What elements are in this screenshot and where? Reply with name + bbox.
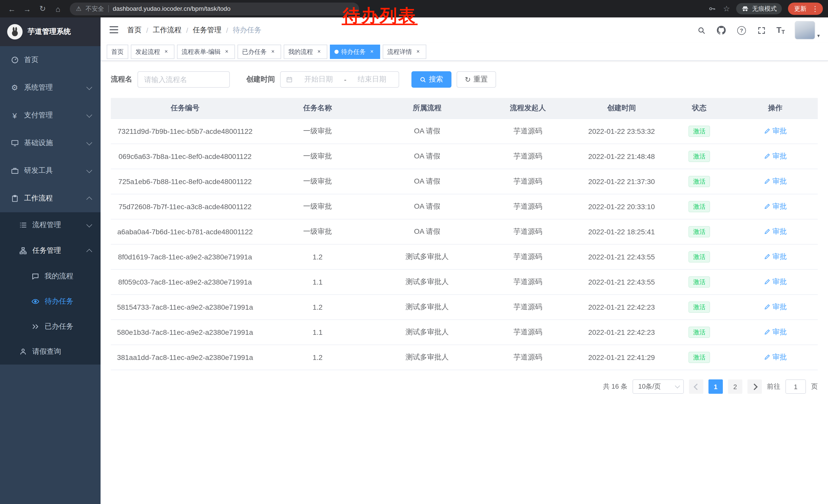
app-title: 芋道管理系统 <box>28 27 71 36</box>
approve-link[interactable]: 审批 <box>764 177 787 186</box>
sidebar-collapse-icon[interactable] <box>109 25 120 36</box>
reset-button[interactable]: ↻ 重置 <box>457 71 496 88</box>
table-row: 381aa1dd-7ac8-11ec-a9e2-a2380e71991a 1.2… <box>111 345 818 370</box>
next-page-button[interactable] <box>747 379 762 394</box>
approve-link[interactable]: 审批 <box>764 277 787 287</box>
tab-home[interactable]: 首页 <box>107 45 128 59</box>
page-2-button[interactable]: 2 <box>728 379 742 394</box>
tabs-bar: 首页 发起流程 × 流程表单-编辑 × 已办任务 × 我的流程 × <box>100 43 828 61</box>
page-size-select[interactable]: 10条/页 <box>632 379 684 394</box>
breadcrumb-home[interactable]: 首页 <box>127 26 141 35</box>
approve-link[interactable]: 审批 <box>764 328 787 337</box>
user-avatar-menu[interactable]: ▾ <box>795 21 820 40</box>
update-button[interactable]: 更新 ⋮ <box>788 3 823 15</box>
sidebar-item-task-mgmt[interactable]: 任务管理 <box>0 238 100 264</box>
approve-link[interactable]: 审批 <box>764 227 787 236</box>
sidebar-item-label: 待办任务 <box>45 296 73 306</box>
screen: ← → ↻ ⌂ ⚠ 不安全 dashboard.yudao.iocoder.cn… <box>0 0 828 504</box>
process-name-input[interactable] <box>137 71 230 88</box>
help-icon[interactable]: ? <box>736 25 747 35</box>
bookmark-star-icon[interactable]: ☆ <box>723 4 730 13</box>
incognito-icon <box>741 5 749 12</box>
password-key-icon[interactable] <box>707 4 717 14</box>
sidebar-item-todo-tasks[interactable]: 待办任务 <box>0 289 100 314</box>
browser-home-icon[interactable]: ⌂ <box>51 2 65 15</box>
page-1-button[interactable]: 1 <box>708 379 723 394</box>
address-bar[interactable]: ⚠ 不安全 dashboard.yudao.iocoder.cn/bpm/tas… <box>70 2 359 15</box>
approve-label: 审批 <box>773 227 787 236</box>
dashboard-icon <box>10 56 19 64</box>
create-time-cell: 2022-01-21 22:41:29 <box>577 345 666 370</box>
sidebar-item-devtools[interactable]: 研发工具 <box>0 157 100 185</box>
sidebar-item-label: 任务管理 <box>32 246 61 255</box>
initiator-cell: 芋道源码 <box>479 194 577 219</box>
status-badge: 激活 <box>689 276 710 288</box>
approve-link[interactable]: 审批 <box>764 353 787 362</box>
search-icon[interactable] <box>696 25 707 35</box>
close-icon[interactable]: × <box>269 48 277 55</box>
search-button[interactable]: 搜索 <box>411 71 451 88</box>
close-icon[interactable]: × <box>223 48 230 55</box>
github-icon[interactable] <box>716 25 727 35</box>
tab-form-edit[interactable]: 流程表单-编辑 × <box>177 45 235 59</box>
task-name-cell: 1.1 <box>259 320 376 345</box>
tab-done-tasks[interactable]: 已办任务 × <box>238 45 281 59</box>
sidebar-item-system[interactable]: ⚙ 系统管理 <box>0 74 100 101</box>
status-cell: 激活 <box>666 244 733 269</box>
date-range-picker[interactable]: 开始日期 - 结束日期 <box>280 71 399 88</box>
sidebar-item-done-tasks[interactable]: 已办任务 <box>0 314 100 339</box>
approve-link[interactable]: 审批 <box>764 252 787 262</box>
approve-link[interactable]: 审批 <box>764 303 787 312</box>
edit-pencil-icon <box>764 128 771 135</box>
tab-start-process[interactable]: 发起流程 × <box>131 45 174 59</box>
sidebar-item-label: 基础设施 <box>24 138 53 148</box>
create-time-cell: 2022-01-22 18:25:41 <box>577 219 666 244</box>
close-icon[interactable]: × <box>163 48 170 55</box>
col-task-name: 任务名称 <box>259 98 376 119</box>
sidebar-item-process-mgmt[interactable]: 流程管理 <box>0 212 100 238</box>
close-icon[interactable]: × <box>368 48 376 55</box>
goto-unit-label: 页 <box>811 382 818 391</box>
actions-cell: 审批 <box>733 119 818 144</box>
breadcrumb-task-mgmt[interactable]: 任务管理 <box>193 26 222 35</box>
approve-link[interactable]: 审批 <box>764 127 787 136</box>
approve-link[interactable]: 审批 <box>764 152 787 161</box>
browser-menu-icon[interactable]: ⋮ <box>810 5 821 13</box>
table-row: 8f0d1619-7ac8-11ec-a9e2-a2380e71991a 1.2… <box>111 244 818 269</box>
task-id-cell: 725a1eb6-7b88-11ec-8ef0-acde48001122 <box>111 169 259 194</box>
tab-my-process[interactable]: 我的流程 × <box>284 45 327 59</box>
font-size-icon[interactable]: TT <box>777 26 785 35</box>
table-row: 580e1b3d-7ac8-11ec-a9e2-a2380e71991a 1.1… <box>111 320 818 345</box>
task-id-cell: 73211d9d-7b9b-11ec-b5b7-acde48001122 <box>111 119 259 144</box>
sidebar-item-workflow[interactable]: 工作流程 <box>0 185 100 212</box>
browser-back-icon[interactable]: ← <box>5 2 18 15</box>
sidebar-item-home[interactable]: 首页 <box>0 46 100 74</box>
sidebar-item-payment[interactable]: ¥ 支付管理 <box>0 101 100 129</box>
approve-link[interactable]: 审批 <box>764 202 787 211</box>
col-actions: 操作 <box>733 98 818 119</box>
browser-forward-icon[interactable]: → <box>20 2 34 15</box>
create-time-cell: 2022-01-21 22:42:23 <box>577 320 666 345</box>
create-time-cell: 2022-01-21 22:43:55 <box>577 269 666 294</box>
tab-todo-tasks[interactable]: 待办任务 × <box>330 45 380 59</box>
approve-label: 审批 <box>773 353 787 362</box>
fullscreen-icon[interactable] <box>756 25 767 35</box>
close-icon[interactable]: × <box>316 48 323 55</box>
goto-page-input[interactable] <box>785 379 806 394</box>
sidebar-item-my-process[interactable]: 我的流程 <box>0 264 100 289</box>
browser-reload-icon[interactable]: ↻ <box>36 2 49 15</box>
prev-page-button[interactable] <box>689 379 703 394</box>
tab-process-detail[interactable]: 流程详情 × <box>383 45 426 59</box>
table-row: 58154733-7ac8-11ec-a9e2-a2380e71991a 1.2… <box>111 294 818 320</box>
sidebar-item-leave-query[interactable]: 请假查询 <box>0 339 100 365</box>
task-id-cell: 8f059c03-7ac8-11ec-a9e2-a2380e71991a <box>111 269 259 294</box>
search-button-label: 搜索 <box>429 75 443 84</box>
sidebar-item-infrastructure[interactable]: 基础设施 <box>0 129 100 157</box>
status-badge: 激活 <box>689 352 710 363</box>
approve-label: 审批 <box>773 328 787 337</box>
chevron-down-icon <box>675 383 680 388</box>
close-icon[interactable]: × <box>415 48 422 55</box>
app-logo-row[interactable]: 芋道管理系统 <box>0 17 100 46</box>
initiator-cell: 芋道源码 <box>479 144 577 169</box>
breadcrumb-workflow[interactable]: 工作流程 <box>153 26 181 35</box>
